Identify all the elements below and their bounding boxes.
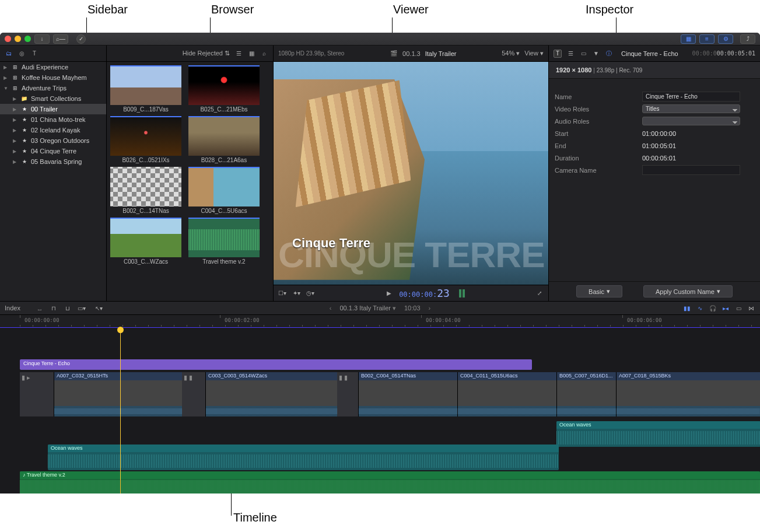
effects-button[interactable]: ▭ [734,304,743,312]
disclosure-icon[interactable]: ▶ [3,75,8,80]
share-button[interactable]: ⤴ [740,34,755,44]
clip-thumbnail[interactable] [188,65,260,105]
video-clip[interactable]: C003_C003_0514WZacs [205,372,337,416]
playhead[interactable] [120,328,121,494]
browser-clip[interactable]: B026_C...0521IXs [110,116,181,163]
title-clip[interactable]: Cinque Terre - Echo [20,359,532,370]
timeline-title[interactable]: ‹ 00.1.3 Italy Trailer ▾ 10:03 › [330,304,430,312]
sidebar-item-02-iceland-kayak[interactable]: ▶★02 Iceland Kayak [0,125,106,135]
clip-thumbnail[interactable] [188,218,260,257]
viewer-timecode[interactable]: 00:00:00:23 [399,287,450,299]
browser-clip[interactable]: C003_C...WZacs [110,218,181,265]
video-clip[interactable]: B002_C004_0514TNas [358,372,457,416]
clip-thumbnail[interactable] [110,116,181,156]
video-inspector-icon[interactable]: ☰ [566,50,575,58]
gap-clip[interactable]: ▮ ▸ [20,372,54,416]
clip-thumbnail[interactable] [188,167,260,206]
generator-inspector-icon[interactable]: ▭ [579,50,587,58]
library-icon[interactable]: 🗂 [5,50,13,58]
video-roles-select[interactable]: Titles [642,104,740,113]
apply-custom-name-menu[interactable]: Apply Custom Name ▾ [643,285,733,298]
import-button[interactable]: ↓ [34,34,50,44]
keyword-button[interactable]: ⌕— [53,34,68,44]
disclosure-icon[interactable]: ▶ [13,117,17,123]
browser-clip[interactable]: B028_C...21A6as [188,116,260,163]
video-clip[interactable]: A007_C018_0515BKs [616,372,760,416]
sidebar-item-koffee-house-mayhem[interactable]: ▶⊞Koffee House Mayhem [0,72,106,83]
browser-clip[interactable]: B025_C...21MEbs [188,65,260,113]
camera-name-input[interactable] [642,165,740,175]
browser-clip[interactable]: B009_C...187Vas [110,65,181,113]
audio-skimming-button[interactable]: ∿ [696,304,704,312]
photos-icon[interactable]: ◎ [17,50,26,58]
fullscreen-button[interactable]: ⤢ [535,289,544,298]
clip-thumbnail[interactable] [110,218,181,257]
show-timeline-button[interactable]: ≡ [699,34,715,44]
search-icon[interactable]: ⌕ [260,50,268,58]
enhance-menu[interactable]: ✦▾ [292,289,300,298]
disclosure-icon[interactable]: ▶ [13,96,17,102]
viewer-canvas[interactable]: CINQUE TERRE Cinque Terre [274,62,548,285]
sidebar-item-smart-collections[interactable]: ▶📁Smart Collections [0,93,106,104]
gap-clip[interactable]: ▮ ▮ [337,372,358,416]
disclosure-icon[interactable]: ▶ [3,65,8,70]
zoom-window-button[interactable] [24,36,31,42]
info-inspector-icon[interactable]: ⓘ [605,50,613,58]
sidebar-item-adventure-trips[interactable]: ▼⊞Adventure Trips [0,83,106,93]
music-clip[interactable]: ♪ Travel theme v.2 [20,471,760,494]
skimming-button[interactable]: ▮▮ [683,304,691,312]
sidebar-item-audi-experience[interactable]: ▶⊞Audi Experience [0,62,106,72]
audio-roles-select[interactable] [642,117,740,125]
disclosure-icon[interactable]: ▶ [13,149,17,154]
titles-icon[interactable]: T [30,50,38,58]
insert-clip-button[interactable]: ⊓ [50,304,58,312]
browser-clip[interactable]: Travel theme v.2 [188,218,260,265]
background-tasks-button[interactable]: ✓ [76,34,86,44]
close-window-button[interactable] [5,36,11,42]
audio-clip-ocean-2[interactable]: Ocean waves [48,444,559,470]
disclosure-icon[interactable]: ▶ [13,107,17,112]
disclosure-icon[interactable]: ▼ [3,86,8,91]
share-inspector-icon[interactable]: ▼ [592,50,600,58]
transitions-button[interactable]: ⋈ [747,304,755,312]
zoom-menu[interactable]: 54% ▾ [502,50,520,57]
timeline[interactable]: 00:00:00:0000:00:02:0000:00:04:0000:00:0… [0,315,760,494]
timeline-tracks[interactable]: Cinque Terre - Echo ▮ ▸ A007_C032_0515HT… [0,328,760,494]
video-clip[interactable]: B005_C007_0516D1... [556,372,616,416]
disclosure-icon[interactable]: ▶ [13,128,17,133]
gap-clip[interactable]: ▮ ▮ [182,372,205,416]
connect-clip-button[interactable]: ⎵ [36,304,44,312]
snapping-button[interactable]: ▸◂ [722,304,730,312]
show-browser-button[interactable]: ▦ [681,34,696,44]
clip-thumbnail[interactable] [188,116,260,156]
index-button[interactable]: Index [5,304,20,312]
video-clip[interactable]: A007_C032_0515HTs [54,372,182,416]
clip-thumbnail[interactable] [110,65,181,105]
audio-clip-ocean-1[interactable]: Ocean waves [556,421,760,447]
name-input[interactable] [642,92,740,102]
clip-appearance-button[interactable]: ☰ [234,50,243,58]
overwrite-clip-button[interactable]: ▭▾ [78,304,86,312]
minimize-window-button[interactable] [15,36,21,42]
view-menu[interactable]: View ▾ [524,50,544,57]
browser-clip[interactable]: B002_C...14TNas [110,167,181,214]
browser-clip[interactable]: C004_C...5U6acs [188,167,260,214]
append-clip-button[interactable]: ⊔ [64,304,72,312]
show-inspector-button[interactable]: ⚙ [718,34,733,44]
retime-menu[interactable]: ◷▾ [306,289,314,298]
text-inspector-icon[interactable]: T [554,50,562,58]
disclosure-icon[interactable]: ▶ [13,159,17,164]
transform-menu[interactable]: ☐▾ [278,289,286,298]
metadata-view-menu[interactable]: Basic ▾ [576,285,622,298]
sidebar-item-00-trailer[interactable]: ▶★00 Trailer [0,104,106,114]
play-button[interactable]: ▶ [385,289,393,298]
clip-thumbnail[interactable] [110,167,181,206]
sidebar-item-04-cinque-terre[interactable]: ▶★04 Cinque Terre [0,146,106,156]
disclosure-icon[interactable]: ▶ [13,138,17,144]
group-button[interactable]: ▦ [247,50,255,58]
sidebar-item-03-oregon-outdoors[interactable]: ▶★03 Oregon Outdoors [0,135,106,146]
timeline-ruler[interactable]: 00:00:00:0000:00:02:0000:00:04:0000:00:0… [0,315,760,328]
video-clip[interactable]: C004_C011_0515U6acs [457,372,556,416]
sidebar-item-05-bavaria-spring[interactable]: ▶★05 Bavaria Spring [0,156,106,167]
tool-menu[interactable]: ↖▾ [95,304,103,312]
